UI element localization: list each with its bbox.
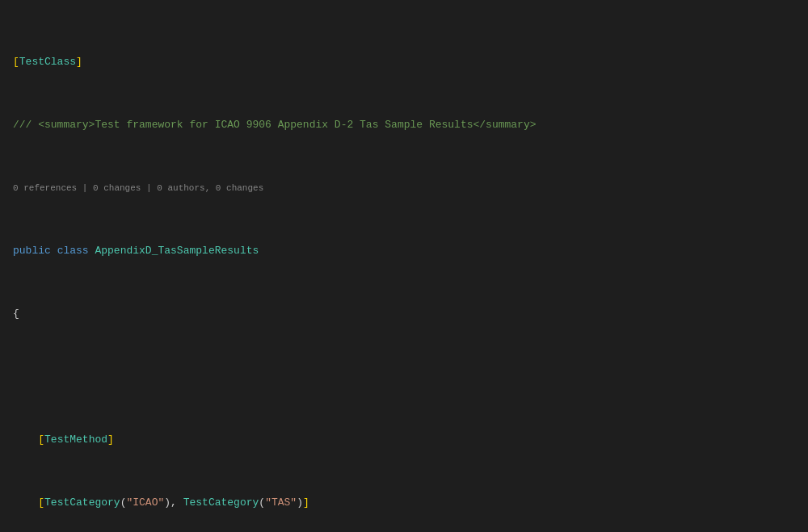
code-editor: [TestClass] /// <summary>Test framework …: [0, 0, 808, 532]
line-7: [TestMethod]: [0, 432, 808, 448]
line-8: [TestCategory("ICAO"), TestCategory("TAS…: [0, 495, 808, 511]
line-5: {: [0, 306, 808, 322]
line-6-blank: [0, 369, 808, 385]
line-1: [TestClass]: [0, 54, 808, 70]
line-3-meta: 0 references | 0 changes | 0 authors, 0 …: [0, 180, 808, 196]
line-2: /// <summary>Test framework for ICAO 990…: [0, 117, 808, 133]
line-4: public class AppendixD_TasSampleResults: [0, 243, 808, 259]
